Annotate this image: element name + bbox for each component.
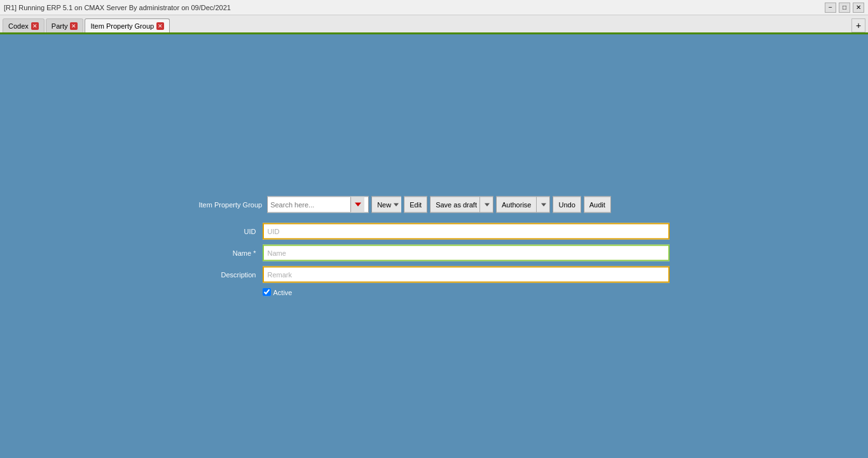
tab-add-button[interactable]: +: [851, 18, 865, 32]
toolbar-label: Item Property Group: [199, 201, 263, 209]
authorise-arrow-icon: [541, 203, 546, 206]
window-controls: − □ ✕: [825, 3, 864, 13]
search-box: [267, 197, 369, 213]
main-content: Item Property Group New Edit Save as d: [0, 34, 868, 458]
minimize-button[interactable]: −: [825, 3, 836, 13]
save-as-draft-group: Save as draft: [430, 197, 493, 213]
audit-button[interactable]: Audit: [584, 197, 611, 213]
description-input[interactable]: [263, 267, 670, 283]
search-input[interactable]: [268, 201, 350, 209]
new-arrow-icon: [394, 203, 399, 206]
form-fields: UID Name * Description Active: [199, 223, 670, 296]
title-bar: [R1] Running ERP 5.1 on CMAX Server By a…: [0, 0, 868, 15]
tab-party[interactable]: Party ✕: [46, 18, 84, 32]
description-row: Description: [199, 267, 670, 283]
authorise-button[interactable]: Authorise: [496, 197, 536, 213]
tab-item-property-group[interactable]: Item Property Group ✕: [85, 18, 170, 32]
uid-input[interactable]: [263, 223, 670, 240]
active-checkbox[interactable]: [263, 288, 271, 296]
authorise-group: Authorise: [496, 197, 550, 213]
tab-party-label: Party: [52, 22, 68, 30]
tab-bar: Codex ✕ Party ✕ Item Property Group ✕ +: [0, 15, 868, 34]
maximize-button[interactable]: □: [839, 3, 850, 13]
toolbar-row: Item Property Group New Edit Save as d: [199, 197, 670, 213]
search-dropdown-button[interactable]: [350, 197, 364, 212]
close-button[interactable]: ✕: [853, 3, 864, 13]
uid-label: UID: [199, 228, 263, 235]
name-input[interactable]: [263, 245, 670, 261]
new-button-group: New: [371, 197, 401, 213]
title-text: [R1] Running ERP 5.1 on CMAX Server By a…: [4, 4, 231, 11]
tab-codex-close[interactable]: ✕: [31, 22, 39, 30]
save-as-draft-dropdown[interactable]: [479, 197, 493, 213]
uid-row: UID: [199, 223, 670, 240]
tab-item-property-group-close[interactable]: ✕: [156, 22, 164, 30]
active-row: Active: [263, 288, 670, 296]
tab-item-property-group-label: Item Property Group: [90, 22, 154, 30]
name-row: Name *: [199, 245, 670, 261]
name-label: Name *: [199, 249, 263, 257]
dropdown-triangle-icon: [355, 203, 361, 207]
save-draft-arrow-icon: [485, 203, 490, 206]
tab-codex[interactable]: Codex ✕: [3, 18, 45, 32]
tab-codex-label: Codex: [8, 22, 29, 30]
description-label: Description: [199, 271, 263, 279]
form-panel: Item Property Group New Edit Save as d: [199, 197, 670, 296]
active-label: Active: [273, 288, 293, 296]
authorise-dropdown[interactable]: [536, 197, 550, 213]
undo-button[interactable]: Undo: [553, 197, 581, 213]
save-as-draft-button[interactable]: Save as draft: [430, 197, 479, 213]
edit-button[interactable]: Edit: [404, 197, 427, 213]
new-button[interactable]: New: [371, 197, 401, 213]
tab-party-close[interactable]: ✕: [70, 22, 78, 30]
